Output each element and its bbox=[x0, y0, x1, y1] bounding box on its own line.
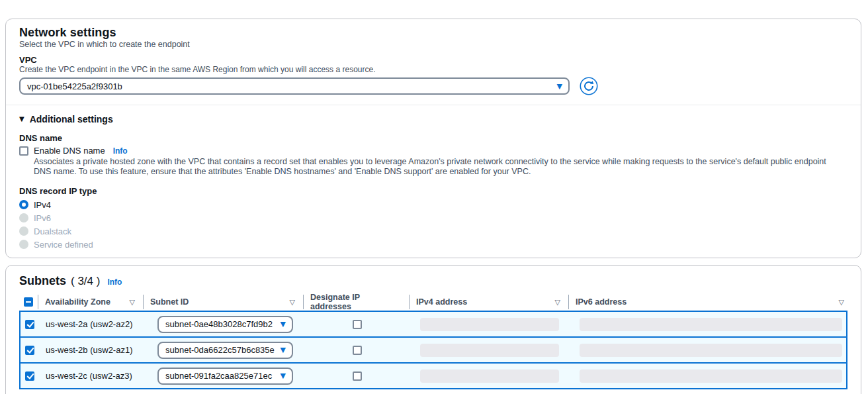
row-checkbox[interactable] bbox=[25, 320, 34, 329]
chevron-down-icon: ▼ bbox=[281, 320, 286, 328]
subnets-title: Subnets bbox=[19, 273, 66, 288]
vpc-section: Network settings Select the VPC in which… bbox=[6, 19, 861, 95]
network-settings-subtitle: Select the VPC in which to create the en… bbox=[19, 39, 847, 50]
ipv6-address-field bbox=[580, 344, 842, 357]
subnet-id-select[interactable]: subnet-0ae48b3028c7fd9b2 ▼ bbox=[157, 316, 293, 333]
availability-zone-cell: us-west-2a (usw2-az2) bbox=[39, 319, 144, 329]
availability-zone-cell: us-west-2c (usw2-az3) bbox=[39, 371, 144, 381]
column-header-designate-ip-addresses: Designate IP addresses bbox=[303, 293, 409, 311]
subnet-id-select-value: subnet-0ae48b3028c7fd9b2 bbox=[165, 319, 273, 329]
expander-open-icon: ▼ bbox=[19, 116, 24, 123]
ipv6-address-filter-icon[interactable]: ▽ bbox=[839, 299, 844, 306]
dns-record-ip-type-radio-group: IPv4 IPv6 Dualstack Service defined bbox=[19, 200, 847, 249]
row-checkbox[interactable] bbox=[25, 371, 34, 381]
additional-settings-title: Additional settings bbox=[30, 113, 113, 125]
vpc-select[interactable]: vpc-01be54225a2f9301b ▼ bbox=[19, 77, 570, 95]
dns-name-label: DNS name bbox=[19, 133, 847, 143]
chevron-down-icon: ▼ bbox=[281, 372, 286, 379]
chevron-down-icon: ▼ bbox=[281, 346, 286, 354]
enable-dns-name-checkbox[interactable] bbox=[19, 146, 28, 156]
vpc-select-value: vpc-01be54225a2f9301b bbox=[27, 81, 122, 91]
subnet-id-filter-icon[interactable]: ▽ bbox=[290, 299, 295, 306]
column-header-ipv4-address[interactable]: IPv4 address ▽ bbox=[409, 293, 568, 311]
subnets-table: Availability Zone ▽ Subnet ID ▽ Designat… bbox=[19, 293, 847, 389]
service-defined-radio bbox=[19, 240, 28, 249]
subnet-id-select[interactable]: subnet-0da6622c57b6c835e ▼ bbox=[157, 342, 293, 359]
column-header-subnet-id[interactable]: Subnet ID ▽ bbox=[143, 293, 303, 311]
ipv6-radio bbox=[19, 213, 28, 222]
subnet-row-us-west-2c: us-west-2c (usw2-az3) subnet-091fa2caa82… bbox=[19, 362, 847, 389]
dns-name-description: Associates a private hosted zone with th… bbox=[34, 157, 831, 177]
subnets-info-link[interactable]: Info bbox=[107, 277, 122, 287]
subnets-card: Subnets ( 3/4 ) Info Availability Zone ▽… bbox=[5, 265, 861, 394]
radio-option-service-defined: Service defined bbox=[19, 240, 847, 249]
availability-zone-filter-icon[interactable]: ▽ bbox=[130, 299, 135, 306]
ipv4-address-field bbox=[420, 344, 559, 357]
subnet-row-us-west-2a: us-west-2a (usw2-az2) subnet-0ae48b3028c… bbox=[19, 311, 847, 338]
subnets-table-header: Availability Zone ▽ Subnet ID ▽ Designat… bbox=[19, 293, 847, 309]
dualstack-radio bbox=[19, 226, 28, 236]
ipv4-address-field bbox=[420, 318, 559, 331]
column-header-ipv6-address[interactable]: IPv6 address ▽ bbox=[568, 293, 847, 311]
refresh-button[interactable] bbox=[580, 77, 598, 95]
designate-ip-checkbox[interactable] bbox=[353, 371, 362, 381]
ipv4-radio-label: IPv4 bbox=[34, 200, 51, 210]
subnet-row-us-west-2b: us-west-2b (usw2-az1) subnet-0da6622c57b… bbox=[19, 336, 847, 364]
select-all-checkbox[interactable] bbox=[24, 297, 33, 307]
subnets-table-body: us-west-2a (usw2-az2) subnet-0ae48b3028c… bbox=[19, 311, 847, 389]
availability-zone-cell: us-west-2b (usw2-az1) bbox=[39, 345, 144, 355]
radio-option-dualstack: Dualstack bbox=[19, 226, 847, 236]
designate-ip-checkbox[interactable] bbox=[353, 320, 362, 329]
row-checkbox[interactable] bbox=[25, 346, 34, 355]
ipv4-radio[interactable] bbox=[19, 200, 28, 209]
ipv4-address-filter-icon[interactable]: ▽ bbox=[555, 299, 560, 306]
chevron-down-icon: ▼ bbox=[557, 83, 562, 90]
radio-option-ipv6: IPv6 bbox=[19, 213, 847, 222]
network-settings-card: Network settings Select the VPC in which… bbox=[5, 19, 861, 258]
radio-option-ipv4: IPv4 bbox=[19, 200, 847, 209]
ipv4-address-field bbox=[420, 369, 559, 383]
dns-name-info-link[interactable]: Info bbox=[113, 146, 128, 156]
vpc-description: Create the VPC endpoint in the VPC in th… bbox=[19, 66, 847, 74]
dns-record-ip-type-label: DNS record IP type bbox=[19, 186, 847, 196]
ipv6-address-field bbox=[580, 318, 842, 331]
subnet-id-select-value: subnet-091fa2caa825e71ec bbox=[165, 371, 272, 381]
refresh-icon bbox=[580, 87, 598, 97]
vpc-label: VPC bbox=[19, 56, 847, 65]
additional-settings-expander[interactable]: ▼ Additional settings bbox=[19, 113, 847, 125]
subnets-count: ( 3/4 ) bbox=[71, 275, 100, 288]
service-defined-radio-label: Service defined bbox=[34, 240, 93, 250]
dualstack-radio-label: Dualstack bbox=[34, 226, 71, 236]
column-header-availability-zone[interactable]: Availability Zone ▽ bbox=[38, 293, 143, 311]
designate-ip-checkbox[interactable] bbox=[353, 346, 362, 355]
subnet-id-select-value: subnet-0da6622c57b6c835e bbox=[165, 345, 275, 355]
additional-settings-section: ▼ Additional settings DNS name Enable DN… bbox=[6, 105, 861, 249]
subnet-id-select[interactable]: subnet-091fa2caa825e71ec ▼ bbox=[157, 368, 293, 385]
subnets-header: Subnets ( 3/4 ) Info bbox=[19, 273, 847, 288]
enable-dns-name-checkbox-label: Enable DNS name bbox=[34, 146, 105, 156]
ipv6-address-field bbox=[580, 369, 842, 383]
network-settings-title: Network settings bbox=[19, 26, 847, 39]
ipv6-radio-label: IPv6 bbox=[34, 213, 51, 223]
